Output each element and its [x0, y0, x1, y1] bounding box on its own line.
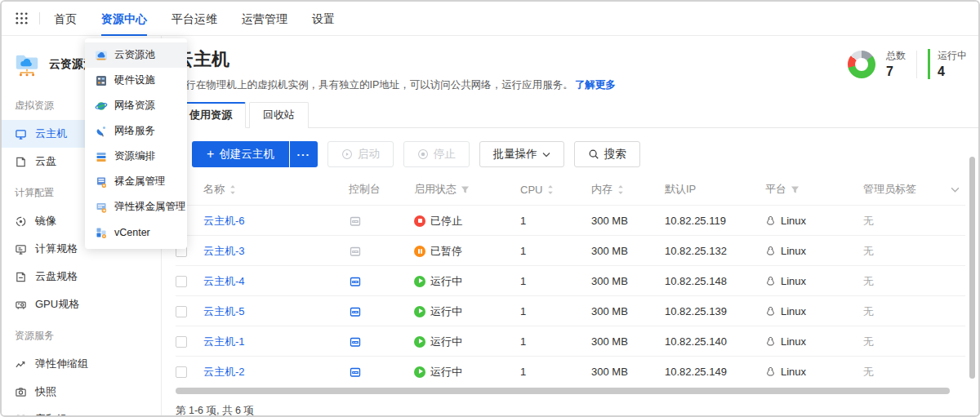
vcenter-icon — [95, 226, 108, 239]
total-stat: 总数 7 — [886, 49, 906, 79]
create-vm-button[interactable]: + 创建云主机 — [192, 141, 289, 167]
column-label: 平台 — [765, 182, 786, 197]
page-title: 云主机 — [176, 47, 965, 72]
menu-item-3[interactable]: 网络服务 — [85, 118, 187, 144]
top-nav-items: 首页资源中心平台运维运营管理设置 — [54, 2, 359, 36]
horizontal-scrollbar[interactable] — [176, 388, 950, 394]
column-header-status[interactable]: 启用状态 — [414, 174, 520, 205]
row-checkbox[interactable] — [176, 276, 187, 287]
vm-name-link[interactable]: 云主机-6 — [203, 214, 245, 228]
table-row-3: 云主机-5运行中1300 MB10.82.25.139Linux无 — [176, 295, 965, 326]
memory-value: 300 MB — [591, 296, 665, 326]
pagination-summary: 第 1-6 项, 共 6 项 — [163, 394, 978, 415]
main-content: 云主机 运行在物理机上的虚拟机实例，具有独立的IP地址，可以访问公共网络，运行应… — [163, 36, 978, 415]
console-icon[interactable] — [349, 245, 362, 258]
search-button[interactable]: 搜索 — [574, 141, 640, 167]
vm-name-link[interactable]: 云主机-2 — [203, 365, 245, 379]
column-label: 内存 — [591, 182, 612, 197]
start-label: 启动 — [358, 147, 380, 162]
column-label: 默认IP — [665, 182, 696, 197]
column-header-cpu[interactable]: CPU — [520, 174, 591, 205]
status-label: 运行中 — [430, 304, 462, 319]
ip-value: 10.82.25.139 — [665, 296, 765, 326]
nav-item-3[interactable]: 运营管理 — [242, 2, 287, 36]
table-row-4: 云主机-1运行中1300 MB10.82.25.140Linux无 — [176, 326, 965, 356]
memory-value: 300 MB — [591, 236, 665, 266]
tag-value: 无 — [863, 236, 951, 266]
app-grid-icon[interactable] — [15, 11, 29, 25]
sidebar-item-2-2[interactable]: 亲和组 — [2, 406, 161, 417]
total-value: 7 — [886, 64, 906, 79]
learn-more-link[interactable]: 了解更多 — [575, 79, 616, 91]
column-header-name[interactable]: 名称 — [203, 174, 349, 205]
vm-name-link[interactable]: 云主机-5 — [203, 304, 245, 319]
vm-monitor-icon — [15, 128, 27, 140]
more-actions-button[interactable]: ··· — [290, 141, 318, 167]
horizontal-scrollbar-track — [176, 388, 965, 394]
cpu-value: 1 — [520, 296, 591, 326]
vertical-scrollbar[interactable] — [969, 157, 975, 379]
running-stat: 运行中 4 — [928, 49, 967, 79]
menu-item-4[interactable]: 资源编排 — [85, 144, 187, 169]
total-label: 总数 — [886, 49, 906, 63]
console-icon[interactable] — [349, 335, 362, 348]
vm-name-link[interactable]: 云主机-1 — [203, 335, 245, 349]
status-label: 运行中 — [430, 335, 462, 349]
sidebar-item-label: GPU规格 — [35, 297, 79, 312]
menu-item-6[interactable]: 弹性裸金属管理 — [85, 194, 187, 220]
start-button[interactable]: 启动 — [327, 141, 394, 167]
column-label: CPU — [520, 184, 542, 196]
affinity-icon — [15, 414, 27, 417]
cpu-value: 1 — [520, 357, 591, 387]
tab-1[interactable]: 回收站 — [249, 102, 309, 128]
nav-item-2[interactable]: 平台运维 — [172, 2, 217, 36]
page-description: 运行在物理机上的虚拟机实例，具有独立的IP地址，可以访问公共网络，运行应用服务。… — [176, 78, 965, 92]
console-icon[interactable] — [349, 275, 362, 288]
cpu-value: 1 — [520, 236, 591, 266]
nav-item-4[interactable]: 设置 — [312, 2, 335, 36]
menu-item-5[interactable]: 裸金属管理 — [85, 169, 187, 194]
nav-item-0[interactable]: 首页 — [54, 2, 77, 36]
console-icon[interactable] — [349, 366, 362, 379]
gpu-icon — [15, 299, 27, 311]
column-header-memory[interactable]: 内存 — [591, 174, 665, 205]
sidebar-item-2-0[interactable]: 弹性伸缩组 — [2, 350, 161, 378]
memory-value: 300 MB — [591, 357, 665, 387]
snapshot-icon — [15, 386, 27, 398]
status-label: 运行中 — [430, 365, 462, 379]
filter-icon — [791, 185, 800, 194]
menu-item-0[interactable]: 云资源池 — [85, 42, 187, 68]
top-nav: 首页资源中心平台运维运营管理设置 — [2, 2, 978, 36]
batch-actions-button[interactable]: 批量操作 — [479, 141, 564, 167]
console-icon[interactable] — [349, 215, 362, 228]
platform-label: Linux — [781, 215, 806, 227]
tag-value: 无 — [863, 326, 951, 357]
menu-item-7[interactable]: vCenter — [85, 220, 187, 245]
sidebar-item-1-3[interactable]: GPU规格 — [2, 291, 161, 318]
vm-name-link[interactable]: 云主机-3 — [203, 244, 245, 259]
row-checkbox[interactable] — [176, 336, 187, 348]
sort-icon — [546, 184, 555, 195]
network-resource-icon — [95, 100, 108, 113]
menu-item-2[interactable]: 网络资源 — [85, 93, 187, 118]
vm-name-link[interactable]: 云主机-4 — [203, 274, 245, 289]
column-header-tag: 管理员标签 — [863, 174, 951, 205]
column-header-platform[interactable]: 平台 — [765, 174, 863, 205]
sidebar-item-1-2[interactable]: 云盘规格 — [2, 263, 161, 291]
sidebar-item-label: 云盘规格 — [35, 269, 78, 284]
row-checkbox[interactable] — [176, 366, 187, 378]
column-settings[interactable] — [951, 174, 965, 205]
running-label: 运行中 — [938, 49, 967, 63]
plus-icon: + — [207, 148, 214, 161]
hardware-icon — [95, 74, 108, 87]
menu-item-1[interactable]: 硬件设施 — [85, 68, 187, 93]
nav-item-1[interactable]: 资源中心 — [101, 2, 147, 36]
row-checkbox[interactable] — [176, 306, 187, 317]
column-header-console: 控制台 — [349, 174, 414, 205]
sidebar-item-2-1[interactable]: 快照 — [2, 378, 161, 406]
menu-item-label: 资源编排 — [114, 149, 155, 163]
stop-button[interactable]: 停止 — [403, 141, 470, 167]
status-donut — [848, 51, 875, 78]
status-running-icon — [414, 306, 425, 317]
console-icon[interactable] — [349, 305, 362, 318]
